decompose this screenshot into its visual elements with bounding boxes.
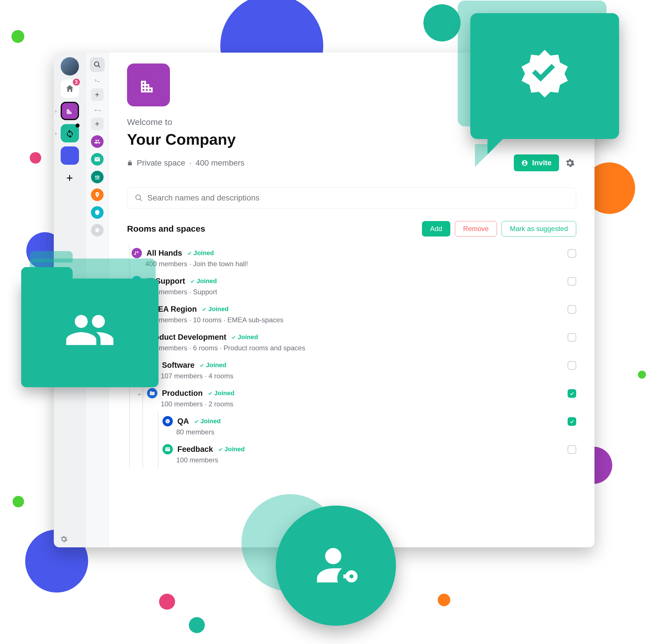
search-box[interactable]: [127, 187, 576, 208]
collapsed-section[interactable]: › ...: [95, 77, 99, 83]
privacy-label: Private space: [137, 158, 185, 167]
room-checkbox[interactable]: [568, 249, 576, 258]
room-dot[interactable]: [91, 206, 104, 219]
room-checkbox[interactable]: [568, 305, 576, 314]
remove-room-button[interactable]: Remove: [455, 221, 497, 236]
room-dot[interactable]: [91, 153, 104, 166]
user-gear-icon: [313, 540, 362, 589]
room-subtitle: 290 members · 10 rooms · EMEA sub-spaces: [145, 316, 576, 324]
room-dot[interactable]: [91, 224, 104, 236]
svg-text:Q: Q: [166, 420, 168, 423]
notification-badge: 3: [72, 78, 81, 86]
decoration-circle: [12, 30, 24, 43]
home-button[interactable]: 3: [61, 79, 79, 98]
space-other[interactable]: [61, 146, 79, 165]
room-checkbox[interactable]: [568, 417, 576, 426]
svg-point-3: [136, 195, 140, 200]
collapsed-section[interactable]: ⌄ ...: [94, 106, 101, 112]
svg-point-2: [95, 228, 99, 232]
joined-badge: Joined: [218, 445, 245, 453]
room-name: Feedback: [177, 445, 213, 454]
room-item[interactable]: All Hands Joined 400 members · Join the …: [130, 244, 576, 272]
search-input[interactable]: [148, 193, 568, 203]
room-dot[interactable]: [91, 188, 104, 201]
room-item[interactable]: ⌄ Production Joined 100 members · 2 room…: [145, 384, 576, 412]
space-company[interactable]: [61, 102, 79, 120]
room-subtitle: 312 members · Support: [145, 288, 576, 296]
chevron-right-icon: ›: [55, 108, 56, 114]
add-room-button[interactable]: Add: [422, 221, 450, 236]
room-icon: [132, 248, 142, 258]
room-item[interactable]: › EMEA Region Joined 290 members · 10 ro…: [130, 300, 576, 328]
room-checkbox[interactable]: [568, 277, 576, 286]
decoration-circle: [424, 4, 461, 42]
decoration-circle: [30, 152, 41, 164]
add-button[interactable]: +: [91, 117, 104, 130]
room-subtitle: 400 members · Join the town hall!: [145, 260, 576, 268]
room-dot[interactable]: [91, 171, 104, 183]
room-name: All Hands: [146, 249, 182, 258]
add-button[interactable]: +: [91, 88, 104, 101]
decoration-circle: [438, 594, 450, 606]
invite-button[interactable]: Invite: [514, 155, 559, 171]
joined-badge: Joined: [201, 305, 229, 313]
room-item[interactable]: Q QA Joined 80 members: [161, 412, 576, 440]
search-button[interactable]: [90, 57, 105, 72]
room-item[interactable]: Feedback Joined 100 members: [161, 440, 576, 468]
chevron-right-icon: ›: [55, 131, 56, 136]
room-item[interactable]: ⌄ Product Development Joined 200 members…: [130, 328, 576, 356]
joined-badge: Joined: [187, 249, 214, 257]
lock-icon: [127, 160, 133, 166]
joined-badge: Joined: [190, 277, 217, 285]
room-item[interactable]: IT Support Joined 312 members · Support: [130, 272, 576, 300]
room-name: Production: [162, 389, 203, 398]
space-recycle[interactable]: [61, 124, 79, 142]
room-subtitle: 107 members · 4 rooms: [161, 372, 576, 380]
svg-line-1: [98, 66, 100, 68]
space-avatar: [127, 64, 170, 107]
settings-button[interactable]: [564, 157, 576, 169]
room-subtitle: 80 members: [176, 428, 576, 436]
svg-line-4: [140, 199, 142, 201]
joined-badge: Joined: [199, 362, 226, 369]
decoration-circle: [159, 594, 175, 610]
decoration-circle: [13, 496, 24, 507]
svg-point-0: [94, 62, 99, 66]
room-icon: [147, 388, 157, 398]
invite-icon: [521, 160, 528, 166]
room-icon: [162, 444, 173, 454]
room-subtitle: 200 members · 6 rooms · Product rooms an…: [145, 344, 576, 352]
room-icon: Q: [162, 416, 173, 427]
room-dot[interactable]: [91, 135, 104, 148]
search-icon: [135, 194, 143, 202]
room-subtitle: 100 members: [176, 456, 576, 464]
room-item[interactable]: › Software Joined 107 members · 4 rooms: [145, 356, 576, 384]
admin-card: [276, 506, 396, 626]
joined-badge: Joined: [231, 334, 258, 341]
gear-icon: [565, 158, 574, 167]
joined-badge: Joined: [207, 390, 234, 397]
settings-button[interactable]: [60, 535, 68, 544]
room-checkbox[interactable]: [568, 389, 576, 398]
decoration-circle: [189, 617, 205, 633]
room-checkbox[interactable]: [568, 445, 576, 454]
member-count: 400 members: [196, 158, 244, 167]
room-checkbox[interactable]: [568, 333, 576, 342]
space-meta: Private space · 400 members: [127, 158, 245, 167]
verified-icon: [516, 47, 573, 105]
folder-card: [21, 278, 158, 387]
room-checkbox[interactable]: [568, 361, 576, 370]
mark-suggested-button[interactable]: Mark as suggested: [501, 221, 576, 236]
section-title: Rooms and spaces: [127, 224, 205, 234]
joined-badge: Joined: [194, 417, 221, 425]
chevron-down-icon[interactable]: ⌄: [136, 390, 142, 397]
people-icon: [64, 304, 116, 356]
user-avatar[interactable]: [61, 57, 79, 75]
decoration-circle: [638, 371, 646, 378]
rooms-tree: All Hands Joined 400 members · Join the …: [129, 244, 576, 468]
room-name: Software: [162, 361, 195, 370]
add-space-button[interactable]: +: [61, 169, 79, 187]
room-subtitle: 100 members · 2 rooms: [161, 400, 576, 408]
room-name: QA: [177, 417, 189, 426]
chat-card: [470, 13, 619, 139]
